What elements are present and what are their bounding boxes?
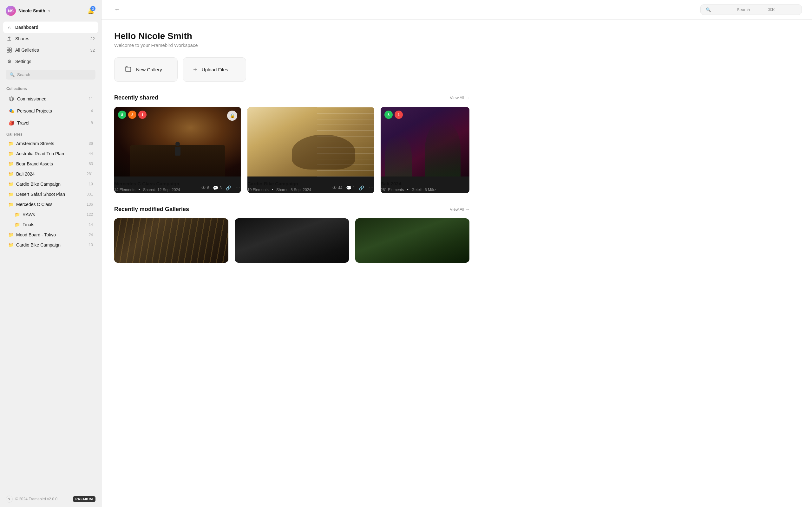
new-gallery-icon [125, 65, 132, 74]
link-icon: 🔗 [359, 185, 364, 190]
folder-icon: 📁 [8, 202, 14, 207]
sidebar-footer: ? © 2024 Framebird v2.0.0 PREMIUM [0, 491, 101, 507]
eye-icon: 👁 [201, 185, 206, 190]
folder-icon: 📁 [8, 192, 14, 197]
sidebar-search[interactable]: 🔍 Search [6, 70, 96, 79]
mod-card-2[interactable] [235, 218, 349, 263]
sidebar-item-dashboard[interactable]: ⌂ Dashboard [3, 21, 98, 33]
comments-number: 1 [353, 186, 355, 190]
card-title-bali: Bali 2024 [380, 181, 469, 186]
gallery-item-desert[interactable]: 📁 Desert Safari Shoot Plan 331 [3, 189, 99, 199]
gallery-label: Australia Road Trip Plan [16, 151, 64, 156]
svg-rect-2 [7, 50, 9, 52]
shared-card-bali[interactable]: 8 1 Bali 2024 281 Elements • Geteilt: 6 … [380, 107, 469, 193]
commissioned-label: Commissioned [17, 96, 47, 101]
gallery-label: Bali 2024 [16, 171, 35, 176]
quick-actions: New Gallery + Upload Files [114, 57, 469, 82]
badge-green: 8 [385, 111, 393, 119]
home-icon: ⌂ [6, 24, 12, 30]
sidebar-item-settings[interactable]: ⚙ Settings [3, 56, 98, 67]
shares-count: 22 [90, 37, 95, 41]
gallery-item-mercedes[interactable]: 📁 Mercedes C Class 136 [3, 200, 99, 209]
gallery-count: 331 [87, 192, 93, 196]
gallery-item-cardio[interactable]: 📁 Cardio Bike Campaign 19 [3, 179, 99, 189]
gallery-count: 10 [89, 243, 93, 247]
folder-icon: 📁 [8, 151, 14, 156]
help-button[interactable]: ? [6, 496, 13, 503]
sidebar-item-shares[interactable]: Shares 22 [3, 33, 98, 44]
gallery-item-bali[interactable]: 📁 Bali 2024 281 [3, 169, 99, 179]
personal-projects-label: Personal Projects [17, 108, 52, 113]
gallery-count: 24 [89, 233, 93, 237]
svg-rect-1 [9, 48, 11, 50]
modified-cards-container [114, 218, 469, 263]
gallery-count: 36 [89, 141, 93, 146]
shared-card-cardio[interactable]: Cardio Bike Campaign 19 Elements • Share… [247, 107, 374, 193]
card-badges-mercedes: 8 2 1 [118, 111, 147, 119]
sidebar-item-personal-projects[interactable]: 🎭 Personal Projects 4 [3, 105, 99, 117]
chevron-down-icon: ∨ [48, 9, 50, 13]
comment-icon: 💬 [346, 185, 351, 190]
shared-card-mercedes[interactable]: 8 2 1 🔒 Mercedes C Class Campaign 14 Ele… [114, 107, 241, 193]
card-actions-cardio: 👁 44 💬 1 🔗 ⋯ [333, 184, 374, 191]
card-elements: 14 Elements [114, 187, 136, 192]
comments-number: 3 [219, 186, 222, 190]
topbar: ← 🔍 Search ⌘K [101, 0, 812, 20]
mod-card-3[interactable] [355, 218, 469, 263]
main-content: ← 🔍 Search ⌘K Hello Nicole Smith Welcome… [101, 0, 812, 507]
notifications-button[interactable]: 🔔 3 [86, 6, 96, 15]
gallery-item-raws[interactable]: 📁 RAWs 122 [3, 210, 99, 219]
nav-label-shares: Shares [15, 36, 29, 41]
card-shared-date: Shared: 12 Sep. 2024 [143, 187, 180, 192]
card-info-mercedes: Mercedes C Class Campaign 14 Elements • … [114, 176, 241, 193]
more-options-button[interactable]: ⋯ [368, 184, 374, 191]
folder-icon: 📁 [14, 222, 20, 227]
gallery-item-finals[interactable]: 📁 Finals 14 [3, 220, 99, 229]
notification-badge: 3 [90, 6, 96, 11]
sidebar-item-commissioned[interactable]: Commissioned 11 [3, 93, 99, 105]
gallery-item-amsterdam[interactable]: 📁 Amsterdam Streets 36 [3, 139, 99, 148]
gallery-count: 83 [89, 162, 93, 166]
sidebar-item-travel[interactable]: 🎒 Travel 8 [3, 117, 99, 129]
search-bar[interactable]: 🔍 Search ⌘K [700, 4, 802, 15]
search-icon: 🔍 [9, 72, 14, 77]
settings-icon: ⚙ [6, 59, 12, 64]
gallery-item-bear-brand[interactable]: 📁 Bear Brand Assets 83 [3, 159, 99, 169]
greeting-subtitle: Welcome to your Framebird Workspace [114, 43, 469, 48]
gallery-count: 281 [87, 172, 93, 176]
comments-count: 💬 3 [213, 185, 222, 190]
link-action[interactable]: 🔗 [359, 185, 364, 190]
folder-icon: 📁 [8, 232, 14, 237]
sidebar-item-all-galleries[interactable]: All Galleries 32 [3, 44, 98, 56]
gallery-item-moodboard[interactable]: 📁 Mood Board - Tokyo 24 [3, 230, 99, 239]
svg-rect-0 [7, 48, 9, 50]
personal-projects-icon: 🎭 [8, 108, 14, 114]
user-info[interactable]: NS Nicole Smith ∨ [6, 6, 50, 16]
card-meta-cardio: 19 Elements • Shared: 8 Sep. 2024 [247, 187, 311, 192]
search-icon: 🔍 [706, 7, 734, 12]
new-gallery-button[interactable]: New Gallery [114, 57, 177, 82]
recently-shared-view-all[interactable]: View All → [450, 95, 469, 100]
mod-card-image-2 [235, 218, 349, 263]
eye-icon: 👁 [333, 185, 337, 190]
mod-card-image-1 [114, 218, 229, 263]
upload-files-button[interactable]: + Upload Files [183, 57, 246, 82]
gallery-label: Finals [22, 222, 34, 227]
gallery-label: RAWs [22, 212, 35, 217]
mod-card-1[interactable] [114, 218, 229, 263]
new-gallery-label: New Gallery [136, 67, 162, 72]
link-action[interactable]: 🔗 [225, 185, 231, 190]
gallery-count: 44 [89, 152, 93, 156]
gallery-item-cardio2[interactable]: 📁 Cardio Bike Campaign 10 [3, 240, 99, 250]
sidebar-header: NS Nicole Smith ∨ 🔔 3 [0, 0, 101, 20]
gallery-count: 19 [89, 182, 93, 186]
recently-shared-title: Recently shared [114, 95, 158, 101]
galleries-label: Galleries [0, 129, 101, 138]
more-options-button[interactable]: ⋯ [235, 184, 241, 191]
shared-cards-container: 8 2 1 🔒 Mercedes C Class Campaign 14 Ele… [114, 107, 469, 193]
back-button[interactable]: ← [112, 5, 122, 14]
views-number: 44 [338, 186, 342, 190]
travel-count: 8 [91, 121, 93, 125]
gallery-item-australia[interactable]: 📁 Australia Road Trip Plan 44 [3, 149, 99, 158]
recently-modified-view-all[interactable]: View All → [450, 207, 469, 212]
